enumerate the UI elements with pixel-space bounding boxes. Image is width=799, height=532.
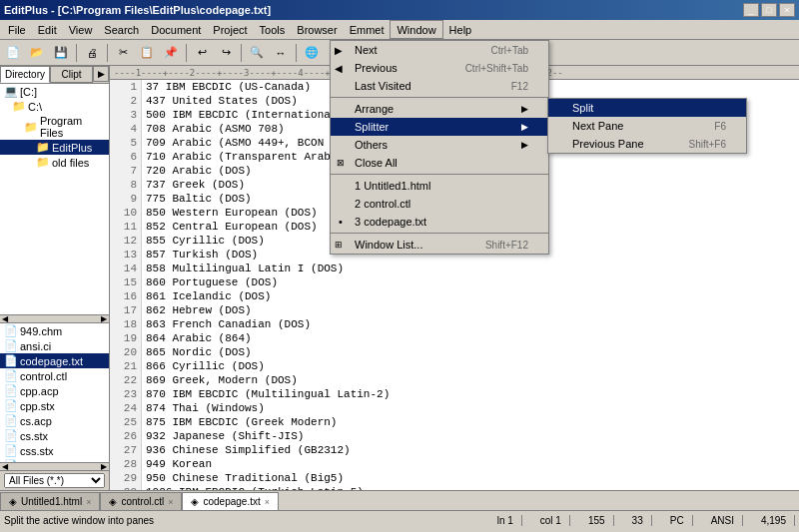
file-icon: 📄 — [4, 354, 18, 367]
menu-close-all[interactable]: ⊠ Close All — [331, 154, 548, 172]
tab-icon: ◈ — [9, 496, 17, 507]
tab-label: codepage.txt — [203, 496, 260, 507]
open-button[interactable]: 📂 — [26, 42, 48, 64]
file-item[interactable]: 📄control.ctl — [0, 368, 109, 383]
arrange-label: Arrange — [355, 103, 394, 115]
tab-directory[interactable]: Directory — [0, 66, 50, 83]
menu-last-visited[interactable]: Last Visited F12 — [331, 77, 548, 95]
win1-label: 1 Untitled1.html — [355, 180, 430, 192]
tab-icon: ◈ — [191, 496, 199, 507]
tab-close-icon[interactable]: × — [265, 497, 270, 507]
menu-project[interactable]: Project — [207, 20, 253, 39]
tree-item-old-files[interactable]: 📁 old files — [0, 155, 109, 170]
next-label: Next — [355, 44, 378, 56]
menu-win3[interactable]: • 3 codepage.txt — [331, 213, 548, 231]
menu-browser[interactable]: Browser — [291, 20, 343, 39]
file-icon: 📄 — [4, 399, 18, 412]
code-line: 949 Korean — [146, 457, 795, 471]
file-scrollbar[interactable]: ◀ ▶ — [0, 462, 109, 470]
tab-close-icon[interactable]: × — [168, 497, 173, 507]
menu-window-list[interactable]: ⊞ Window List... Shift+F12 — [331, 236, 548, 254]
tab-clipt[interactable]: Clipt — [50, 66, 93, 83]
win2-label: 2 control.ctl — [355, 198, 410, 210]
menu-view[interactable]: View — [63, 20, 99, 39]
file-icon: 📄 — [4, 384, 18, 397]
menu-tools[interactable]: Tools — [254, 20, 292, 39]
menu-help[interactable]: Help — [443, 20, 478, 39]
sep2 — [331, 174, 548, 175]
submenu-next-pane[interactable]: Next Pane F6 — [548, 117, 746, 135]
menu-file[interactable]: File — [2, 20, 32, 39]
undo-button[interactable]: ↩ — [191, 42, 213, 64]
replace-button[interactable]: ↔ — [270, 42, 292, 64]
menu-others[interactable]: Others ▶ — [331, 136, 548, 154]
menu-win1[interactable]: 1 Untitled1.html — [331, 177, 548, 195]
file-item[interactable]: 📄cs.acp — [0, 413, 109, 428]
menu-bar: File Edit View Search Document Project T… — [0, 20, 799, 40]
tree-item-program-files[interactable]: 📁 Program Files — [0, 114, 109, 140]
file-item[interactable]: 📄cpp.acp — [0, 383, 109, 398]
submenu-prev-pane[interactable]: Previous Pane Shift+F6 — [548, 135, 746, 153]
menu-edit[interactable]: Edit — [32, 20, 63, 39]
tab-label: Untitled1.html — [21, 496, 82, 507]
menu-splitter[interactable]: Splitter ▶ — [331, 118, 548, 136]
file-item[interactable]: 📄cs.stx — [0, 428, 109, 443]
file-item[interactable]: 📄949.chm — [0, 323, 109, 338]
menu-previous[interactable]: ◀ Previous Ctrl+Shift+Tab — [331, 59, 548, 77]
tab-codepage[interactable]: ◈ codepage.txt × — [182, 492, 279, 510]
code-line: 860 Portuguese (DOS) — [146, 275, 795, 289]
file-icon: 📄 — [4, 369, 18, 382]
file-filter-select[interactable]: All Files (*.*) — [4, 473, 105, 488]
tab-untitled[interactable]: ◈ Untitled1.html × — [0, 492, 100, 510]
tab-close-icon[interactable]: × — [86, 497, 91, 507]
menu-next[interactable]: ▶ Next Ctrl+Tab — [331, 41, 548, 59]
menu-emmet[interactable]: Emmet — [344, 20, 391, 39]
cut-button[interactable]: ✂ — [112, 42, 134, 64]
sep3 — [331, 233, 548, 234]
tree-item-drive[interactable]: 💻 [C:] — [0, 84, 109, 99]
split-label: Split — [572, 102, 593, 114]
new-button[interactable]: 📄 — [2, 42, 24, 64]
maximize-button[interactable]: □ — [761, 3, 777, 17]
print-button[interactable]: 🖨 — [81, 42, 103, 64]
tree-scrollbar[interactable]: ◀ ▶ — [0, 314, 109, 322]
last-visited-label: Last Visited — [355, 80, 411, 92]
close-button[interactable]: × — [779, 3, 795, 17]
paste-button[interactable]: 📌 — [160, 42, 182, 64]
menu-win2[interactable]: 2 control.ctl — [331, 195, 548, 213]
save-button[interactable]: 💾 — [50, 42, 72, 64]
menu-search[interactable]: Search — [98, 20, 145, 39]
status-mode: PC — [662, 515, 693, 526]
file-icon: 📄 — [4, 339, 18, 352]
code-line: 865 Nordic (DOS) — [146, 345, 795, 359]
next-icon: ▶ — [335, 45, 343, 56]
file-item-codepage[interactable]: 📄codepage.txt — [0, 353, 109, 368]
find-button[interactable]: 🔍 — [246, 42, 268, 64]
sep4 — [241, 44, 242, 62]
tab-icon: ◈ — [109, 496, 117, 507]
menu-arrange[interactable]: Arrange ▶ — [331, 100, 548, 118]
next-pane-shortcut: F6 — [714, 121, 726, 132]
tab-control[interactable]: ◈ control.ctl × — [100, 492, 182, 510]
sidebar-expand-button[interactable]: ▶ — [93, 66, 109, 82]
minimize-button[interactable]: _ — [743, 3, 759, 17]
folder-icon: 📁 — [36, 156, 50, 169]
copy-button[interactable]: 📋 — [136, 42, 158, 64]
menu-window[interactable]: Window — [390, 20, 442, 39]
submenu-split[interactable]: Split — [548, 99, 746, 117]
splitter-label: Splitter — [355, 121, 389, 133]
file-item[interactable]: 📄ansi.ci — [0, 338, 109, 353]
previous-label: Previous — [355, 62, 398, 74]
file-item[interactable]: 📄cpp.stx — [0, 398, 109, 413]
redo-button[interactable]: ↪ — [215, 42, 237, 64]
status-encoding: ANSI — [703, 515, 743, 526]
sidebar-tab-bar: Directory Clipt ▶ — [0, 66, 109, 84]
tree-item-c[interactable]: 📁 C:\ — [0, 99, 109, 114]
prev-icon: ◀ — [335, 63, 343, 74]
file-item[interactable]: 📄css.stx — [0, 443, 109, 458]
menu-document[interactable]: Document — [145, 20, 207, 39]
window-list-shortcut: Shift+F12 — [485, 240, 528, 251]
sep1 — [331, 97, 548, 98]
tree-item-editplus[interactable]: 📁 EditPlus — [0, 140, 109, 155]
browser-button[interactable]: 🌐 — [301, 42, 323, 64]
